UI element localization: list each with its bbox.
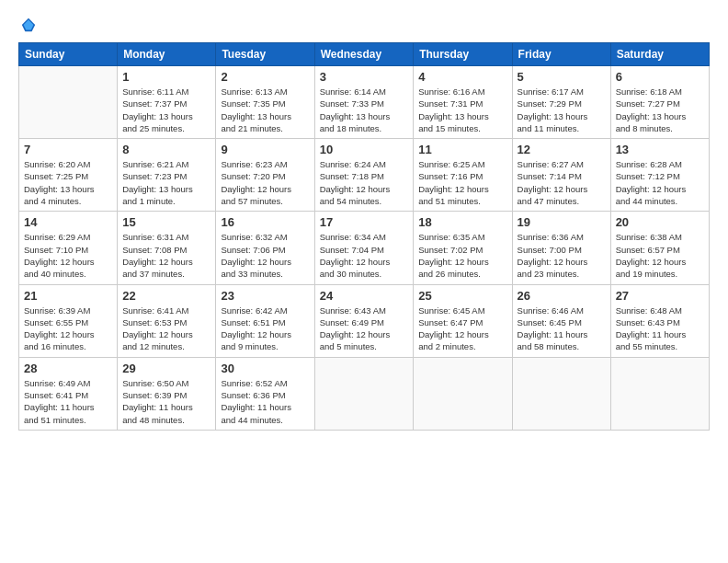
day-info: Sunrise: 6:11 AM Sunset: 7:37 PM Dayligh…: [122, 86, 210, 134]
header: [18, 17, 710, 33]
day-info: Sunrise: 6:39 AM Sunset: 6:55 PM Dayligh…: [24, 304, 112, 353]
day-number: 1: [122, 70, 210, 84]
calendar-week-row: 28Sunrise: 6:49 AM Sunset: 6:41 PM Dayli…: [19, 357, 710, 430]
day-info: Sunrise: 6:43 AM Sunset: 6:49 PM Dayligh…: [320, 304, 409, 353]
calendar-week-row: 21Sunrise: 6:39 AM Sunset: 6:55 PM Dayli…: [19, 284, 710, 357]
calendar-day-header: Monday: [118, 43, 216, 66]
day-number: 7: [24, 143, 112, 156]
page: SundayMondayTuesdayWednesdayThursdayFrid…: [0, 0, 728, 563]
day-number: 20: [616, 215, 704, 229]
day-info: Sunrise: 6:20 AM Sunset: 7:25 PM Dayligh…: [24, 158, 112, 207]
day-info: Sunrise: 6:46 AM Sunset: 6:45 PM Dayligh…: [518, 304, 606, 353]
day-info: Sunrise: 6:52 AM Sunset: 6:36 PM Dayligh…: [221, 377, 309, 426]
logo-icon: [20, 17, 37, 33]
calendar-week-row: 7Sunrise: 6:20 AM Sunset: 7:25 PM Daylig…: [19, 139, 710, 212]
calendar-cell: 19Sunrise: 6:36 AM Sunset: 7:00 PM Dayli…: [512, 212, 610, 284]
calendar-cell: 26Sunrise: 6:46 AM Sunset: 6:45 PM Dayli…: [512, 284, 610, 357]
day-info: Sunrise: 6:50 AM Sunset: 6:39 PM Dayligh…: [122, 377, 210, 426]
calendar-cell: 21Sunrise: 6:39 AM Sunset: 6:55 PM Dayli…: [19, 284, 118, 357]
day-number: 2: [221, 70, 309, 84]
calendar-cell: 18Sunrise: 6:35 AM Sunset: 7:02 PM Dayli…: [414, 212, 512, 284]
day-info: Sunrise: 6:38 AM Sunset: 6:57 PM Dayligh…: [616, 231, 704, 280]
day-number: 22: [122, 289, 210, 303]
calendar-cell: 9Sunrise: 6:23 AM Sunset: 7:20 PM Daylig…: [216, 139, 314, 212]
day-number: 14: [24, 215, 112, 229]
calendar-cell: 2Sunrise: 6:13 AM Sunset: 7:35 PM Daylig…: [216, 66, 314, 139]
day-number: 3: [320, 70, 409, 84]
calendar-cell: 30Sunrise: 6:52 AM Sunset: 6:36 PM Dayli…: [216, 357, 314, 430]
day-number: 10: [320, 143, 409, 156]
day-info: Sunrise: 6:18 AM Sunset: 7:27 PM Dayligh…: [616, 86, 704, 134]
calendar-cell: 22Sunrise: 6:41 AM Sunset: 6:53 PM Dayli…: [118, 284, 216, 357]
day-number: 21: [24, 289, 112, 303]
day-number: 27: [616, 289, 704, 303]
day-number: 29: [122, 362, 210, 375]
day-info: Sunrise: 6:45 AM Sunset: 6:47 PM Dayligh…: [418, 304, 506, 353]
day-number: 28: [24, 362, 112, 375]
day-info: Sunrise: 6:29 AM Sunset: 7:10 PM Dayligh…: [24, 231, 112, 280]
day-number: 18: [418, 215, 506, 229]
day-info: Sunrise: 6:28 AM Sunset: 7:12 PM Dayligh…: [616, 158, 704, 207]
day-info: Sunrise: 6:24 AM Sunset: 7:18 PM Dayligh…: [320, 158, 409, 207]
day-info: Sunrise: 6:42 AM Sunset: 6:51 PM Dayligh…: [221, 304, 309, 353]
calendar-cell: 16Sunrise: 6:32 AM Sunset: 7:06 PM Dayli…: [216, 212, 314, 284]
day-number: 9: [221, 143, 309, 156]
calendar-cell: 15Sunrise: 6:31 AM Sunset: 7:08 PM Dayli…: [118, 212, 216, 284]
day-info: Sunrise: 6:17 AM Sunset: 7:29 PM Dayligh…: [518, 86, 606, 134]
day-number: 6: [616, 70, 704, 84]
calendar-cell: 12Sunrise: 6:27 AM Sunset: 7:14 PM Dayli…: [512, 139, 610, 212]
calendar-cell: 3Sunrise: 6:14 AM Sunset: 7:33 PM Daylig…: [314, 66, 414, 139]
calendar-day-header: Thursday: [414, 43, 512, 66]
calendar-day-header: Tuesday: [216, 43, 314, 66]
calendar-cell: 11Sunrise: 6:25 AM Sunset: 7:16 PM Dayli…: [414, 139, 512, 212]
calendar-week-row: 1Sunrise: 6:11 AM Sunset: 7:37 PM Daylig…: [19, 66, 710, 139]
day-number: 15: [122, 215, 210, 229]
calendar-day-header: Friday: [512, 43, 610, 66]
calendar: SundayMondayTuesdayWednesdayThursdayFrid…: [18, 42, 710, 431]
calendar-day-header: Saturday: [610, 43, 709, 66]
calendar-cell: 14Sunrise: 6:29 AM Sunset: 7:10 PM Dayli…: [19, 212, 118, 284]
calendar-cell: [512, 357, 610, 430]
calendar-cell: 8Sunrise: 6:21 AM Sunset: 7:23 PM Daylig…: [118, 139, 216, 212]
day-number: 5: [518, 70, 606, 84]
calendar-cell: 1Sunrise: 6:11 AM Sunset: 7:37 PM Daylig…: [118, 66, 216, 139]
day-info: Sunrise: 6:49 AM Sunset: 6:41 PM Dayligh…: [24, 377, 112, 426]
calendar-cell: 24Sunrise: 6:43 AM Sunset: 6:49 PM Dayli…: [314, 284, 414, 357]
calendar-cell: 10Sunrise: 6:24 AM Sunset: 7:18 PM Dayli…: [314, 139, 414, 212]
calendar-cell: 27Sunrise: 6:48 AM Sunset: 6:43 PM Dayli…: [610, 284, 709, 357]
day-info: Sunrise: 6:23 AM Sunset: 7:20 PM Dayligh…: [221, 158, 309, 207]
calendar-cell: 25Sunrise: 6:45 AM Sunset: 6:47 PM Dayli…: [414, 284, 512, 357]
day-number: 4: [418, 70, 506, 84]
calendar-cell: [19, 66, 118, 139]
calendar-day-header: Sunday: [19, 43, 118, 66]
calendar-cell: 13Sunrise: 6:28 AM Sunset: 7:12 PM Dayli…: [610, 139, 709, 212]
day-number: 12: [518, 143, 606, 156]
day-info: Sunrise: 6:16 AM Sunset: 7:31 PM Dayligh…: [418, 86, 506, 134]
calendar-day-header: Wednesday: [314, 43, 414, 66]
day-number: 30: [221, 362, 309, 375]
calendar-week-row: 14Sunrise: 6:29 AM Sunset: 7:10 PM Dayli…: [19, 212, 710, 284]
day-info: Sunrise: 6:41 AM Sunset: 6:53 PM Dayligh…: [122, 304, 210, 353]
day-info: Sunrise: 6:13 AM Sunset: 7:35 PM Dayligh…: [221, 86, 309, 134]
calendar-cell: [610, 357, 709, 430]
day-number: 23: [221, 289, 309, 303]
calendar-cell: 5Sunrise: 6:17 AM Sunset: 7:29 PM Daylig…: [512, 66, 610, 139]
day-info: Sunrise: 6:25 AM Sunset: 7:16 PM Dayligh…: [418, 158, 506, 207]
calendar-cell: 29Sunrise: 6:50 AM Sunset: 6:39 PM Dayli…: [118, 357, 216, 430]
day-info: Sunrise: 6:34 AM Sunset: 7:04 PM Dayligh…: [320, 231, 409, 280]
calendar-cell: 23Sunrise: 6:42 AM Sunset: 6:51 PM Dayli…: [216, 284, 314, 357]
calendar-header-row: SundayMondayTuesdayWednesdayThursdayFrid…: [19, 43, 710, 66]
calendar-cell: 28Sunrise: 6:49 AM Sunset: 6:41 PM Dayli…: [19, 357, 118, 430]
day-number: 17: [320, 215, 409, 229]
day-info: Sunrise: 6:21 AM Sunset: 7:23 PM Dayligh…: [122, 158, 210, 207]
day-info: Sunrise: 6:27 AM Sunset: 7:14 PM Dayligh…: [518, 158, 606, 207]
day-info: Sunrise: 6:14 AM Sunset: 7:33 PM Dayligh…: [320, 86, 409, 134]
day-info: Sunrise: 6:36 AM Sunset: 7:00 PM Dayligh…: [518, 231, 606, 280]
day-info: Sunrise: 6:48 AM Sunset: 6:43 PM Dayligh…: [616, 304, 704, 353]
day-number: 25: [418, 289, 506, 303]
day-number: 16: [221, 215, 309, 229]
calendar-cell: [414, 357, 512, 430]
logo: [18, 17, 37, 33]
calendar-cell: 4Sunrise: 6:16 AM Sunset: 7:31 PM Daylig…: [414, 66, 512, 139]
calendar-cell: 7Sunrise: 6:20 AM Sunset: 7:25 PM Daylig…: [19, 139, 118, 212]
